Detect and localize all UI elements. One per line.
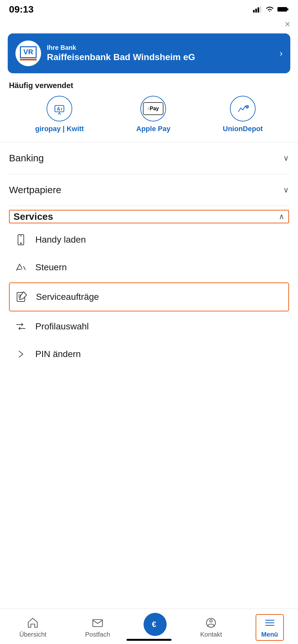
- submenu-item-steuern[interactable]: Steuern: [9, 254, 289, 281]
- svg-text:€: €: [152, 620, 156, 629]
- apple-pay-box: Pay: [143, 102, 163, 115]
- menu-section: Banking ∨ Wertpapiere ∨ Services ∧ Handy…: [0, 144, 298, 373]
- edit-icon: [15, 290, 28, 304]
- nav-item-postfach[interactable]: Postfach: [80, 615, 115, 640]
- status-time: 09:13: [9, 4, 34, 15]
- svg-rect-5: [287, 8, 288, 10]
- divider-1: [0, 142, 298, 142]
- wertpapiere-section-header[interactable]: Wertpapiere ∨: [9, 175, 289, 204]
- frequently-used-label: Häufig verwendet: [0, 81, 298, 96]
- submenu-item-pin-aendern[interactable]: PIN ändern: [9, 340, 289, 368]
- postfach-nav-label: Postfach: [85, 631, 110, 638]
- giropay-label: giropay | Kwitt: [35, 125, 84, 133]
- status-icons: [253, 6, 289, 13]
- divider-banking: [9, 174, 289, 174]
- mail-icon: [92, 617, 104, 629]
- wertpapiere-title: Wertpapiere: [9, 184, 61, 195]
- bottom-spacer: [0, 373, 298, 418]
- signal-icon: [253, 6, 262, 13]
- home-indicator: [127, 639, 171, 641]
- pin-aendern-label: PIN ändern: [35, 349, 81, 359]
- svg-rect-4: [277, 7, 287, 12]
- steuern-label: Steuern: [35, 262, 67, 273]
- submenu-item-handy-laden[interactable]: Handy laden: [9, 226, 289, 254]
- applepay-label: Apple Pay: [136, 125, 170, 133]
- divider-wertpapiere: [9, 206, 289, 206]
- handy-laden-label: Handy laden: [35, 235, 86, 245]
- menu-icon: [264, 617, 276, 629]
- tax-icon: [14, 261, 28, 274]
- services-title: Services: [13, 211, 53, 222]
- uniondepot-icon: [236, 102, 249, 115]
- bank-label: Ihre Bank: [47, 44, 195, 51]
- bank-card-left: VR Ihre Bank Raiffeisenbank Bad Windshei…: [15, 40, 195, 66]
- banking-chevron-icon: ∨: [283, 154, 289, 163]
- euro-button[interactable]: €: [144, 613, 167, 636]
- bank-chevron-icon: ›: [280, 48, 283, 58]
- svg-rect-1: [255, 9, 257, 13]
- phone-icon: [14, 233, 28, 246]
- submenu-item-profilauswahl[interactable]: Profilauswahl: [9, 313, 289, 340]
- banking-title: Banking: [9, 153, 44, 164]
- pin-chevron-icon: [14, 347, 28, 361]
- uebersicht-nav-label: Übersicht: [19, 631, 46, 638]
- euro-icon: €: [149, 619, 161, 630]
- services-section-header[interactable]: Services ∧: [9, 210, 289, 223]
- wifi-icon: [265, 6, 274, 13]
- quick-item-applepay[interactable]: Pay Apple Pay: [136, 96, 170, 133]
- wertpapiere-chevron-icon: ∨: [283, 185, 289, 194]
- nav-item-uebersicht[interactable]: Übersicht: [14, 615, 51, 640]
- home-icon: [27, 617, 39, 629]
- svg-point-11: [21, 243, 22, 244]
- uniondepot-label: UnionDepot: [223, 125, 263, 133]
- bank-name: Raiffeisenbank Bad Windsheim eG: [47, 51, 195, 63]
- bank-logo: VR: [15, 40, 41, 66]
- bank-card[interactable]: VR Ihre Bank Raiffeisenbank Bad Windshei…: [8, 33, 290, 73]
- quick-item-giropay[interactable]: € giropay | Kwitt: [35, 96, 84, 133]
- switch-icon: [14, 320, 28, 333]
- svg-rect-2: [258, 7, 259, 13]
- menue-nav-label: Menü: [261, 631, 278, 638]
- svg-point-20: [210, 620, 212, 622]
- quick-access: € giropay | Kwitt Pay Apple Pay UnionD: [0, 96, 298, 141]
- svg-rect-3: [260, 6, 261, 13]
- submenu-item-serviceauftraege[interactable]: Serviceaufträge: [9, 282, 289, 311]
- status-bar: 09:13: [0, 0, 298, 17]
- battery-icon: [277, 6, 289, 12]
- kontakt-nav-label: Kontakt: [200, 631, 222, 638]
- contact-icon: [205, 617, 217, 629]
- serviceauftraege-label: Serviceaufträge: [36, 292, 99, 302]
- nav-item-menue[interactable]: Menü: [256, 614, 284, 641]
- profilauswahl-label: Profilauswahl: [35, 321, 89, 332]
- close-button[interactable]: ×: [285, 19, 290, 30]
- services-submenu: Handy laden Steuern: [9, 223, 289, 373]
- giropay-icon-circle: €: [47, 96, 72, 121]
- applepay-icon-circle: Pay: [140, 96, 166, 121]
- uniondepot-icon-circle: [230, 96, 256, 121]
- services-chevron-icon: ∧: [279, 212, 285, 221]
- giropay-icon: €: [53, 102, 66, 115]
- quick-item-uniondepot[interactable]: UnionDepot: [223, 96, 263, 133]
- nav-item-kontakt[interactable]: Kontakt: [195, 615, 227, 640]
- svg-rect-0: [253, 10, 255, 13]
- bank-text: Ihre Bank Raiffeisenbank Bad Windsheim e…: [47, 44, 195, 63]
- close-button-row: ×: [0, 17, 298, 31]
- svg-line-12: [23, 266, 25, 270]
- banking-section-header[interactable]: Banking ∨: [9, 144, 289, 173]
